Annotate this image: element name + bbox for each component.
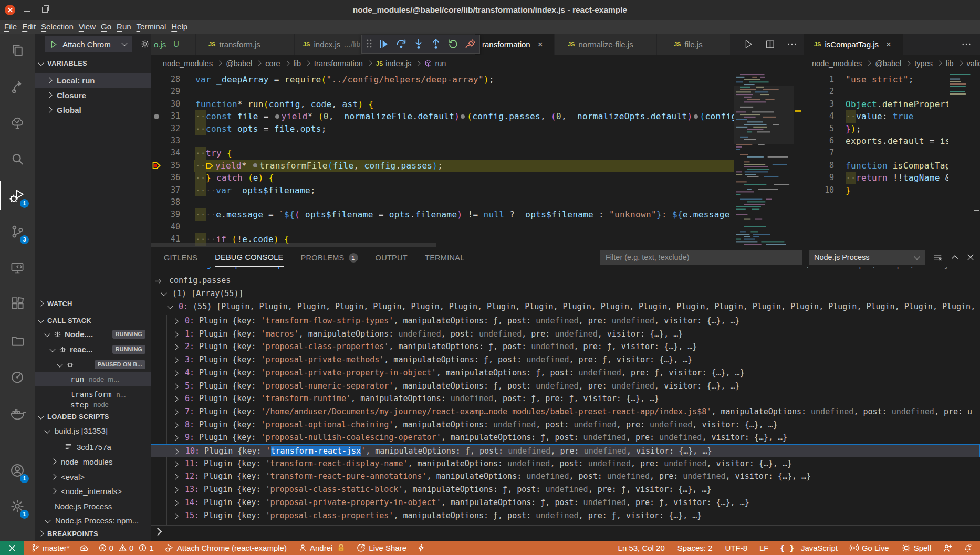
status-debug-session[interactable]: Attach Chrome (react-example) [164,543,287,553]
code-line[interactable]: 36··} catch (e) { [151,172,734,184]
status-encoding[interactable]: UTF-8 [725,543,748,552]
tab-iscompattag.js[interactable]: JSisCompatTag.js× [804,34,904,55]
code-line[interactable]: 32··const opts = file.opts; [151,123,734,135]
breadcrumb-item[interactable]: lib [294,59,301,68]
code-line[interactable]: 38 [151,196,734,208]
panel-tab-problems[interactable]: PROBLEMS1 [301,249,358,267]
minimap-group1[interactable] [734,72,794,248]
activity-project-manager[interactable] [0,324,35,358]
tab-transform.js[interactable]: JStransform.js [196,34,295,55]
code-line[interactable]: 10} [804,184,948,196]
minimap-group2[interactable] [948,72,973,248]
panel-tab-gitlens[interactable]: GITLENS [164,249,197,267]
callstack-session[interactable]: PAUSED ON B... [35,357,151,372]
breadcrumb-item[interactable]: node_modules [163,59,213,68]
menu-run[interactable]: Run [114,20,134,33]
panel-tab-terminal[interactable]: TERMINAL [425,249,465,267]
console-plugin-row[interactable]: 6: Plugin {key: 'transform-runtime', man… [151,392,980,405]
clear-console-button[interactable] [933,253,943,263]
console-plugin-row[interactable]: 0: Plugin {key: 'transform-flow-strip-ty… [151,315,980,328]
debug-continue-button[interactable] [375,35,392,53]
status-flash[interactable] [417,543,425,553]
status-go-live[interactable]: Go Live [849,543,889,553]
tab-ransformation[interactable]: ransformation× [475,34,555,55]
callstack-frame[interactable]: stepnode [35,401,151,409]
debug-disconnect-button[interactable] [462,35,479,53]
launch-config-dropdown[interactable]: Attach Chrom [45,36,132,52]
activity-settings[interactable]: 1 [0,489,35,523]
breadcrumb-item[interactable]: lib [946,59,954,68]
code-line[interactable]: 39····e.message = `${(_opts$filename = o… [151,208,734,221]
callstack-session[interactable]: reac...RUNNING [35,342,151,357]
code-line[interactable]: 8function isCompatTag(tagName) { [804,160,948,172]
breadcrumb-item[interactable]: node_modules [812,59,862,68]
callstack-frame[interactable]: transformn... [35,387,151,402]
loaded-script-row[interactable]: 3cd1757a [35,439,151,454]
loaded-script-row[interactable]: Node.js Process [35,499,151,514]
code-line[interactable]: 34··try { [151,147,734,159]
loaded-script-row[interactable]: build.js [31353] [35,423,151,438]
console-plugin-row[interactable]: 15: Plugin {key: 'proposal-class-propert… [151,509,980,522]
breadcrumb-item[interactable]: @babel [875,59,901,68]
code-line[interactable]: 35··yield* transformFile(file, config.pa… [151,160,734,172]
activity-resource-monitor[interactable] [0,360,35,394]
variables-row[interactable]: Closure [35,88,151,102]
console-source-link[interactable]: node_modules/react-scripts/scripts/build… [750,267,973,269]
status-indentation[interactable]: Spaces: 2 [677,543,713,552]
activity-run-and-debug[interactable]: 1 [0,179,35,212]
menu-view[interactable]: View [76,20,98,33]
code-line[interactable]: 30function* run(config, code, ast) { [151,98,734,110]
console-filter-input[interactable]: Filter (e.g. text, !exclude) [600,250,802,265]
console-plugin-row[interactable]: 9: Plugin {key: 'proposal-nullish-coales… [151,431,980,444]
section-watch[interactable]: WATCH [35,296,151,311]
variables-row[interactable]: Global [35,102,151,117]
code-line[interactable]: 4··value: true [804,110,948,122]
activity-todo-tree[interactable] [0,106,35,140]
remote-indicator[interactable] [0,541,24,555]
console-array-row[interactable]: 0: (55) [Plugin, Plugin, Plugin, Plugin,… [151,300,980,313]
loaded-script-row[interactable]: <eval> [35,469,151,484]
debug-step-out-button[interactable] [427,35,444,53]
panel-tab-debug-console[interactable]: DEBUG CONSOLE [215,248,283,267]
split-editor-icon[interactable] [765,39,775,49]
more-actions-icon[interactable] [961,39,972,49]
console-plugin-row[interactable]: 7: Plugin {key: '/home/anduser/Documents… [151,405,980,418]
maximize-panel-button[interactable] [950,253,960,262]
status-feedback[interactable] [943,543,953,553]
activity-source-control[interactable]: 3 [0,215,35,248]
tab-file.js[interactable]: JSfile.js [657,34,731,55]
menu-help[interactable]: Help [169,20,190,33]
activity-extensions[interactable] [0,287,35,321]
console-input-echo[interactable]: config.passes [151,274,980,287]
debug-session-select[interactable]: Node.js Process [809,250,925,265]
code-line[interactable]: 31··const file = yield* (0, _normalizeFi… [151,110,734,122]
variables-row[interactable]: Local: run [35,73,151,88]
status-cursor-position[interactable]: Ln 53, Col 20 [618,543,665,552]
breadcrumb-item[interactable]: validators [967,59,980,68]
menu-file[interactable]: File [2,20,19,33]
code-line[interactable]: 28var _deepArray = require("../config/he… [151,74,734,86]
menu-edit[interactable]: Edit [19,20,38,33]
close-icon[interactable]: × [538,40,543,49]
loaded-script-row[interactable]: node_modules [35,454,151,469]
code-line[interactable]: 29 [151,86,734,98]
breadcrumb-item[interactable]: transformation [314,59,363,68]
code-line[interactable]: 37····var _opts$filename; [151,184,734,196]
close-icon[interactable]: × [886,40,891,49]
status-git-branch[interactable]: master* [31,543,70,552]
console-plugin-row[interactable]: 1: Plugin {key: 'macros', manipulateOpti… [151,328,980,341]
console-plugin-row[interactable]: 8: Plugin {key: 'proposal-optional-chain… [151,418,980,432]
horizontal-scrollbar[interactable] [151,243,436,247]
code-line[interactable]: 1"use strict"; [804,74,948,86]
activity-live-share[interactable] [0,70,35,103]
activity-explorer[interactable] [0,34,35,67]
console-plugin-row[interactable]: 14: Plugin {key: 'proposal-private-prope… [151,496,980,509]
code-line[interactable]: 3Object.defineProperty(exports, "__esMod… [804,98,948,110]
console-plugin-row[interactable]: 3: Plugin {key: 'proposal-private-method… [151,353,980,366]
breadcrumb-item[interactable]: core [265,59,280,68]
console-result-row[interactable]: (1) [Array(55)] [151,287,980,300]
menu-selection[interactable]: Selection [38,20,76,33]
debug-settings-gear[interactable] [140,39,150,49]
breadcrumb-item[interactable]: JSindex.js [376,59,412,68]
console-plugin-row[interactable]: 2: Plugin {key: 'proposal-class-properti… [151,340,980,353]
